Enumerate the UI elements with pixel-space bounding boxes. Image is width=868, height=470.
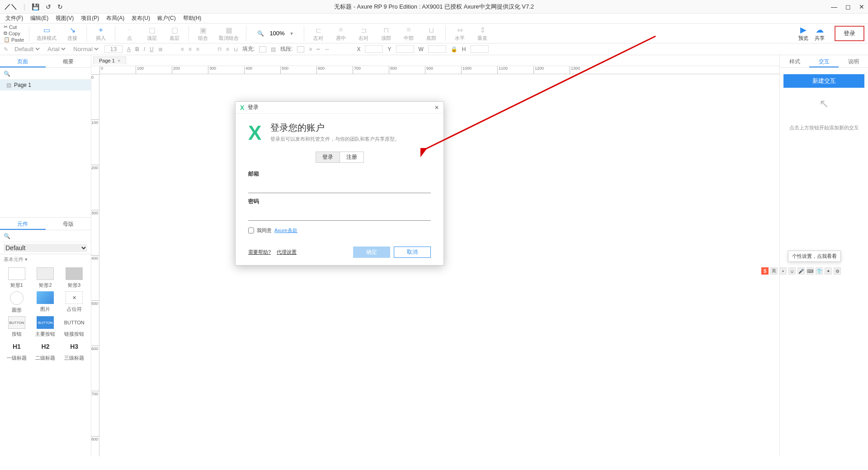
italic-icon[interactable]: I xyxy=(144,46,145,52)
weight-select[interactable]: Normal xyxy=(71,45,100,53)
tab-notes[interactable]: 说明 xyxy=(839,55,868,67)
align-right-text-icon[interactable]: ≡ xyxy=(196,46,199,52)
zoom-input[interactable] xyxy=(266,30,288,37)
help-link[interactable]: 需要帮助? xyxy=(248,249,271,255)
widget-item[interactable]: H3三级标题 xyxy=(61,340,87,361)
style-select[interactable]: Default xyxy=(13,45,41,53)
ime-lang-icon[interactable]: 英 xyxy=(770,267,778,275)
preview-button[interactable]: ▶预览 xyxy=(798,25,808,42)
dialog-tab-register[interactable]: 注册 xyxy=(340,152,364,163)
fill-image-icon[interactable]: ▤ xyxy=(271,46,276,52)
bold-icon[interactable]: B xyxy=(135,46,139,52)
x-input[interactable] xyxy=(365,45,383,53)
align-left-text-icon[interactable]: ≡ xyxy=(181,46,184,52)
y-input[interactable] xyxy=(396,45,414,53)
widget-item[interactable]: 矩形2 xyxy=(33,267,59,289)
tab-style[interactable]: 样式 xyxy=(780,55,809,67)
dialog-tab-login[interactable]: 登录 xyxy=(316,152,340,163)
maximize-icon[interactable]: ◻ xyxy=(845,3,851,10)
font-select[interactable]: Arial xyxy=(46,45,67,53)
widget-item[interactable]: H2二级标题 xyxy=(33,340,59,361)
page-item[interactable]: ▤ Page 1 xyxy=(0,80,91,90)
line-width-icon[interactable]: ≡ xyxy=(309,46,312,52)
widget-item[interactable]: 矩形3 xyxy=(61,267,87,289)
widget-item[interactable]: H1一级标题 xyxy=(4,340,30,361)
share-button[interactable]: ☁共享 xyxy=(815,25,825,42)
cut-button[interactable]: ✂ Cut xyxy=(4,24,26,30)
terms-link[interactable]: Axure条款 xyxy=(274,227,297,234)
widget-search-input[interactable] xyxy=(13,233,90,239)
widget-item[interactable]: 矩形1 xyxy=(4,267,30,289)
bottom-layer-button[interactable]: ▢底层 xyxy=(168,25,181,42)
group-button[interactable]: ▣组合 xyxy=(196,25,210,42)
align-left-button[interactable]: ⊏左对 xyxy=(311,25,325,42)
widget-item[interactable]: 圆形 xyxy=(4,291,30,313)
text-color-icon[interactable]: A xyxy=(127,46,131,52)
fill-color-swatch[interactable] xyxy=(259,46,266,52)
minimize-icon[interactable]: — xyxy=(831,3,837,10)
align-right-button[interactable]: ⊐右对 xyxy=(357,25,370,42)
line-style-icon[interactable]: ┅ xyxy=(316,46,320,52)
top-layer-button[interactable]: ▢顶层 xyxy=(145,25,159,42)
arrow-icon[interactable]: ↔ xyxy=(324,46,330,52)
select-mode-button[interactable]: ▭选择模式 xyxy=(37,25,57,42)
brush-icon[interactable]: ✎ xyxy=(4,46,8,52)
tab-outline[interactable]: 概要 xyxy=(46,55,91,67)
login-button[interactable]: 登录 xyxy=(835,26,864,41)
sogou-icon[interactable]: S xyxy=(761,267,769,275)
tab-masters[interactable]: 母版 xyxy=(46,218,91,230)
close-tab-icon[interactable]: × xyxy=(118,58,120,63)
menu-edit[interactable]: 编辑(E) xyxy=(28,14,51,23)
close-window-icon[interactable]: ✕ xyxy=(859,3,864,10)
h-input[interactable] xyxy=(471,45,489,53)
menu-project[interactable]: 项目(P) xyxy=(78,14,102,23)
align-top-button[interactable]: ⊓顶部 xyxy=(379,25,393,42)
email-field[interactable] xyxy=(248,180,431,193)
menu-view[interactable]: 视图(V) xyxy=(53,14,76,23)
canvas[interactable]: X登录 ✕ X 登录您的账户 登录后可以发布和托管文件，与你的团队和客户共享原型… xyxy=(99,74,779,456)
ungroup-button[interactable]: ▦取消组合 xyxy=(219,25,239,42)
new-interaction-button[interactable]: 新建交互 xyxy=(783,74,864,88)
ime-set-icon[interactable]: ⚙ xyxy=(834,267,841,275)
page-search-input[interactable] xyxy=(13,70,90,77)
menu-arrange[interactable]: 布局(A) xyxy=(104,14,127,23)
search-icon[interactable]: 🔍 xyxy=(4,71,10,77)
lock-aspect-icon[interactable]: 🔒 xyxy=(451,46,458,52)
dist-v-button[interactable]: ⇕垂直 xyxy=(476,25,489,42)
menu-file[interactable]: 文件(F) xyxy=(3,14,26,23)
dialog-close-icon[interactable]: ✕ xyxy=(434,104,439,111)
w-input[interactable] xyxy=(428,45,446,53)
widget-item[interactable]: 图片 xyxy=(33,291,59,313)
ime-skin-icon[interactable]: 👕 xyxy=(816,267,823,275)
proxy-link[interactable]: 代理设置 xyxy=(277,249,297,255)
save-icon[interactable]: 💾 xyxy=(32,3,39,10)
widget-item[interactable]: BUTTON链接按钮 xyxy=(61,316,87,337)
valign-bot-icon[interactable]: ⊔ xyxy=(234,46,238,52)
align-bottom-button[interactable]: ⊔底部 xyxy=(425,25,438,42)
chevron-down-icon[interactable]: ▾ xyxy=(290,30,293,37)
ime-toolbar[interactable]: S 英 • ☺ 🎤 ⌨ 👕 ✦ ⚙ xyxy=(761,267,841,275)
point-button[interactable]: ·点 xyxy=(123,25,136,42)
valign-top-icon[interactable]: ⊓ xyxy=(217,46,222,52)
line-color-swatch[interactable] xyxy=(297,46,304,52)
ime-opt-icon[interactable]: • xyxy=(779,267,787,275)
widget-item[interactable]: ✕占位符 xyxy=(61,291,87,313)
align-center-button[interactable]: ≡居中 xyxy=(334,25,348,42)
bullets-icon[interactable]: ≣ xyxy=(158,46,163,52)
library-select[interactable]: Default xyxy=(4,244,87,252)
password-field[interactable] xyxy=(248,208,431,221)
redo-icon[interactable]: ↻ xyxy=(57,3,63,10)
zoom-control[interactable]: 🔍 ▾ xyxy=(257,30,293,37)
widget-item[interactable]: BUTTON主要按钮 xyxy=(33,316,59,337)
underline-icon[interactable]: U xyxy=(150,46,154,52)
canvas-tab[interactable]: Page 1 × xyxy=(93,57,126,64)
ime-kbd-icon[interactable]: ⌨ xyxy=(807,267,814,275)
align-middle-button[interactable]: ≡中部 xyxy=(402,25,415,42)
valign-mid-icon[interactable]: ≡ xyxy=(226,46,229,52)
agree-checkbox[interactable] xyxy=(248,228,254,233)
ime-mic-icon[interactable]: 🎤 xyxy=(797,267,805,275)
menu-account[interactable]: 账户(C) xyxy=(155,14,179,23)
cancel-button[interactable]: 取消 xyxy=(394,247,431,258)
align-center-text-icon[interactable]: ≡ xyxy=(189,46,192,52)
ime-emoji-icon[interactable]: ☺ xyxy=(788,267,796,275)
